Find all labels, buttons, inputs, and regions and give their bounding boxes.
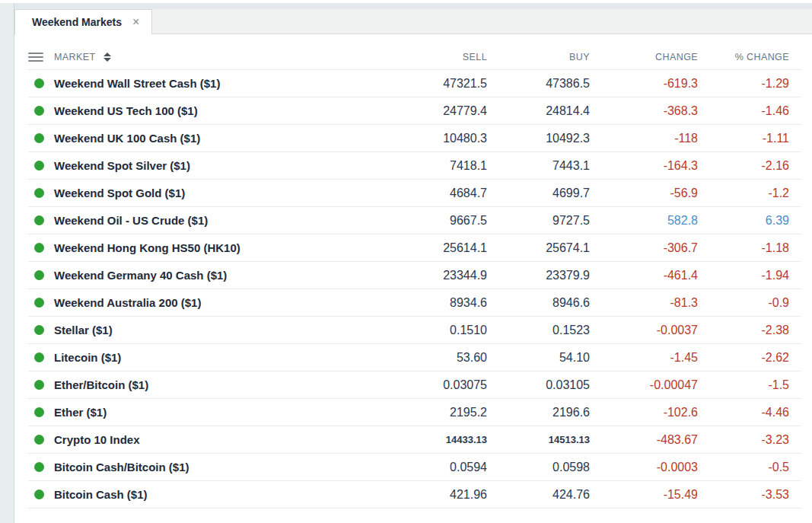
sell-price[interactable]: 4684.7 <box>373 187 487 200</box>
table-row[interactable]: Weekend Australia 200 ($1) 8934.6 8946.6… <box>28 289 801 317</box>
buy-price[interactable]: 14513.13 <box>487 434 590 445</box>
menu-icon[interactable] <box>28 50 43 64</box>
status-cell <box>28 161 54 171</box>
table-row[interactable]: Weekend UK 100 Cash ($1) 10480.3 10492.3… <box>28 125 801 152</box>
table-row[interactable]: Weekend Spot Gold ($1) 4684.7 4699.7 -56… <box>28 180 801 207</box>
sell-price[interactable]: 2195.2 <box>373 406 487 419</box>
pct-change-value: -1.29 <box>698 77 789 91</box>
table-row[interactable]: Bitcoin Cash ($1) 421.96 424.76 -15.49 -… <box>28 481 801 509</box>
tab-weekend-markets[interactable]: Weekend Markets × <box>14 9 152 34</box>
buy-price[interactable]: 23379.9 <box>487 269 590 282</box>
sell-price[interactable]: 7418.1 <box>373 159 487 173</box>
pct-change-value: -2.38 <box>698 324 789 337</box>
change-value: -15.49 <box>590 488 698 502</box>
header-change[interactable]: CHANGE <box>590 52 698 62</box>
change-value: -118 <box>590 132 698 145</box>
table-row[interactable]: Crypto 10 Index 14433.13 14513.13 -483.6… <box>28 426 801 454</box>
market-name-cell: Bitcoin Cash ($1) <box>54 488 373 501</box>
market-name: Weekend Oil - US Crude ($1) <box>54 214 208 227</box>
table-row[interactable]: Weekend Wall Street Cash ($1) 47321.5 47… <box>28 70 801 97</box>
market-name-cell: Weekend UK 100 Cash ($1) <box>54 132 373 145</box>
sell-price[interactable]: 14433.13 <box>373 434 487 445</box>
table-row[interactable]: Ether/Bitcoin ($1) 0.03075 0.03105 -0.00… <box>28 372 801 399</box>
pct-change-value: 6.39 <box>698 214 789 228</box>
market-open-dot-icon <box>34 462 44 472</box>
header-pct-change[interactable]: % CHANGE <box>698 52 789 62</box>
buy-price[interactable]: 10492.3 <box>487 132 590 145</box>
market-open-dot-icon <box>34 161 44 171</box>
sell-price[interactable]: 0.0594 <box>373 461 487 474</box>
market-name-cell: Weekend US Tech 100 ($1) <box>54 104 373 117</box>
change-value: -306.7 <box>590 241 698 255</box>
status-cell <box>28 352 54 362</box>
status-cell <box>28 78 54 88</box>
table-row[interactable]: Bitcoin Cash/Bitcoin ($1) 0.0594 0.0598 … <box>28 454 801 481</box>
market-name: Weekend Wall Street Cash ($1) <box>54 77 220 90</box>
table-row[interactable]: Weekend Hong Kong HS50 (HK10) 25614.1 25… <box>28 234 801 262</box>
market-open-dot-icon <box>34 78 44 88</box>
buy-price[interactable]: 2196.6 <box>487 406 590 419</box>
buy-price[interactable]: 0.0598 <box>487 461 590 474</box>
buy-price[interactable]: 9727.5 <box>487 214 590 228</box>
header-market[interactable]: MARKET <box>54 52 373 62</box>
buy-price[interactable]: 8946.6 <box>487 296 590 310</box>
market-open-dot-icon <box>34 270 44 280</box>
buy-price[interactable]: 7443.1 <box>487 159 590 173</box>
market-name-cell: Weekend Wall Street Cash ($1) <box>54 77 373 90</box>
header-market-label: MARKET <box>54 52 96 62</box>
pct-change-value: -1.11 <box>698 132 789 145</box>
table-row[interactable]: Ether ($1) 2195.2 2196.6 -102.6 -4.46 <box>28 399 801 426</box>
market-open-dot-icon <box>34 106 44 116</box>
header-sell[interactable]: SELL <box>373 52 487 62</box>
tab-title: Weekend Markets <box>32 16 122 28</box>
close-icon[interactable]: × <box>132 16 139 28</box>
status-cell <box>28 490 54 499</box>
header-menu-cell <box>28 50 54 64</box>
pct-change-value: -1.46 <box>698 104 789 118</box>
market-name: Weekend Hong Kong HS50 (HK10) <box>54 241 240 254</box>
sell-price[interactable]: 0.1510 <box>373 324 487 337</box>
sell-price[interactable]: 10480.3 <box>373 132 487 145</box>
buy-price[interactable]: 25674.1 <box>487 241 590 255</box>
buy-price[interactable]: 424.76 <box>487 488 590 502</box>
table-row[interactable]: Weekend Spot Silver ($1) 7418.1 7443.1 -… <box>28 152 801 180</box>
market-table: MARKET SELL BUY CHANGE % CHANGE Weekend … <box>14 34 812 509</box>
status-cell <box>28 106 54 116</box>
header-buy[interactable]: BUY <box>487 52 590 62</box>
sell-price[interactable]: 25614.1 <box>373 241 487 255</box>
panel-left-margin <box>0 3 14 523</box>
buy-price[interactable]: 0.03105 <box>487 378 590 392</box>
sell-price[interactable]: 23344.9 <box>373 269 487 282</box>
table-row[interactable]: Litecoin ($1) 53.60 54.10 -1.45 -2.62 <box>28 344 801 372</box>
sort-icon[interactable] <box>103 53 111 62</box>
market-name-cell: Weekend Spot Silver ($1) <box>54 159 373 172</box>
status-cell <box>28 462 54 472</box>
table-row[interactable]: Weekend Oil - US Crude ($1) 9667.5 9727.… <box>28 207 801 234</box>
sell-price[interactable]: 9667.5 <box>373 214 487 228</box>
change-value: -1.45 <box>590 351 698 365</box>
sell-price[interactable]: 0.03075 <box>373 378 487 392</box>
market-name-cell: Weekend Hong Kong HS50 (HK10) <box>54 241 373 254</box>
buy-price[interactable]: 54.10 <box>487 351 590 365</box>
pct-change-value: -1.5 <box>698 378 789 392</box>
sell-price[interactable]: 53.60 <box>373 351 487 365</box>
table-row[interactable]: Weekend Germany 40 Cash ($1) 23344.9 233… <box>28 262 801 289</box>
buy-price[interactable]: 4699.7 <box>487 187 590 200</box>
market-open-dot-icon <box>34 490 44 499</box>
change-value: -0.0003 <box>590 461 698 474</box>
table-row[interactable]: Weekend US Tech 100 ($1) 24779.4 24814.4… <box>28 97 801 125</box>
table-row[interactable]: Stellar ($1) 0.1510 0.1523 -0.0037 -2.38 <box>28 317 801 344</box>
buy-price[interactable]: 0.1523 <box>487 324 590 337</box>
market-name-cell: Ether/Bitcoin ($1) <box>54 378 373 391</box>
sell-price[interactable]: 24779.4 <box>373 104 487 118</box>
weekend-markets-panel: Weekend Markets × MARKET SELL BUY CHANGE… <box>0 0 812 523</box>
buy-price[interactable]: 24814.4 <box>487 104 590 118</box>
pct-change-value: -2.62 <box>698 351 789 365</box>
sell-price[interactable]: 47321.5 <box>373 77 487 91</box>
status-cell <box>28 407 54 417</box>
change-value: -368.3 <box>590 104 698 118</box>
buy-price[interactable]: 47386.5 <box>487 77 590 91</box>
change-value: -164.3 <box>590 159 698 173</box>
sell-price[interactable]: 421.96 <box>373 488 487 502</box>
sell-price[interactable]: 8934.6 <box>373 296 487 310</box>
